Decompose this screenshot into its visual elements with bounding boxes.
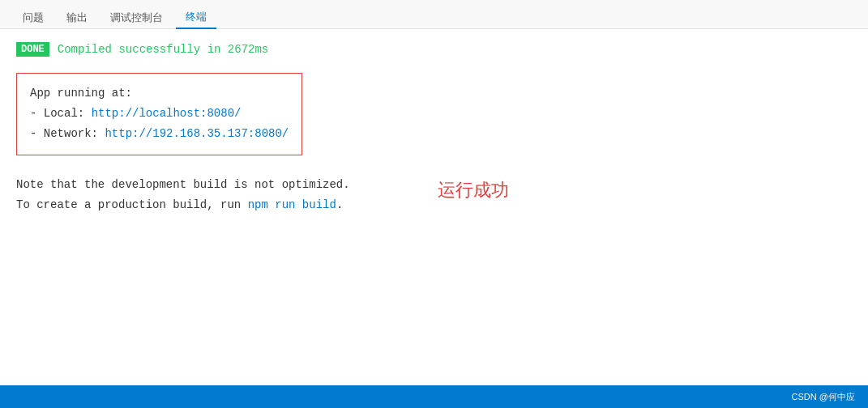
- tab-debug-console[interactable]: 调试控制台: [100, 7, 173, 28]
- note-section: Note that the development build is not o…: [16, 175, 852, 215]
- app-running-label: App running at:: [30, 83, 289, 104]
- tab-output[interactable]: 输出: [57, 7, 97, 28]
- done-badge: DONE: [16, 42, 49, 57]
- network-url[interactable]: http://192.168.35.137:8080/: [105, 127, 289, 140]
- terminal-content: DONE Compiled successfully in 2672ms App…: [0, 29, 868, 385]
- note-line2-prefix: To create a production build, run: [16, 198, 248, 211]
- bottom-bar: CSDN @何中应: [0, 385, 868, 408]
- tab-bar: 问题 输出 调试控制台 终端: [0, 0, 868, 29]
- bottom-bar-text: CSDN @何中应: [792, 391, 855, 403]
- network-line: - Network: http://192.168.35.137:8080/: [30, 124, 289, 144]
- npm-run-build-link[interactable]: npm run build: [248, 198, 336, 211]
- tab-terminal[interactable]: 终端: [176, 6, 216, 29]
- tab-problems[interactable]: 问题: [13, 7, 53, 28]
- content-wrapper: App running at: - Local: http://localhos…: [16, 73, 852, 172]
- app-running-box: App running at: - Local: http://localhos…: [16, 73, 302, 155]
- note-line2-suffix: .: [336, 198, 343, 211]
- local-url[interactable]: http://localhost:8080/: [92, 107, 242, 120]
- local-label: - Local:: [30, 107, 92, 120]
- network-label: - Network:: [30, 127, 105, 140]
- success-label: 运行成功: [438, 178, 509, 202]
- note-line2: To create a production build, run npm ru…: [16, 195, 852, 215]
- done-line: DONE Compiled successfully in 2672ms: [16, 42, 852, 57]
- note-line1: Note that the development build is not o…: [16, 175, 852, 195]
- done-message: Compiled successfully in 2672ms: [58, 43, 268, 56]
- local-line: - Local: http://localhost:8080/: [30, 104, 289, 124]
